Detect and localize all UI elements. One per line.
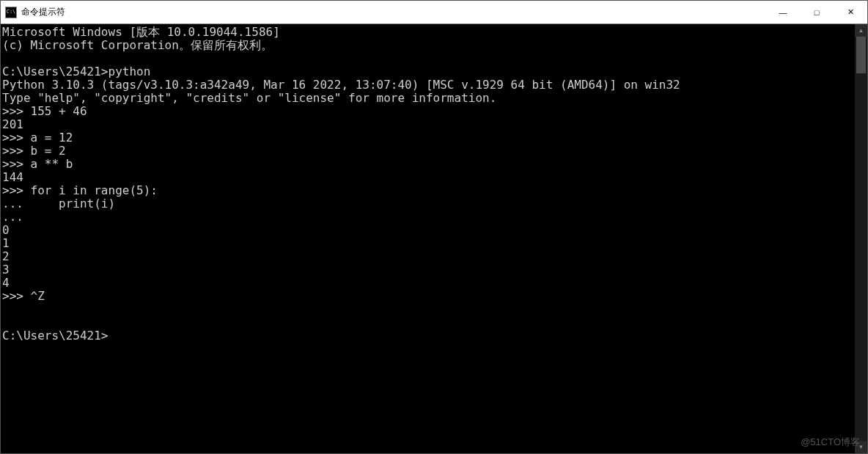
window-controls: — □ ✕: [766, 1, 867, 23]
minimize-button[interactable]: —: [766, 1, 800, 23]
close-button[interactable]: ✕: [834, 1, 867, 23]
maximize-button[interactable]: □: [800, 1, 834, 23]
scroll-up-button[interactable]: ▲: [855, 24, 867, 37]
terminal-output[interactable]: Microsoft Windows [版本 10.0.19044.1586] (…: [1, 24, 855, 453]
scroll-down-button[interactable]: ▼: [855, 441, 867, 453]
scrollbar-thumb[interactable]: [856, 37, 866, 73]
vertical-scrollbar[interactable]: ▲ ▼: [855, 24, 867, 453]
window-title: 命令提示符: [21, 6, 65, 18]
window: C:\ 命令提示符 — □ ✕ Microsoft Windows [版本 10…: [0, 0, 868, 454]
titlebar[interactable]: C:\ 命令提示符 — □ ✕: [1, 1, 867, 24]
titlebar-left: C:\ 命令提示符: [1, 6, 65, 18]
cmd-icon: C:\: [5, 7, 17, 18]
terminal-area: Microsoft Windows [版本 10.0.19044.1586] (…: [1, 24, 867, 453]
